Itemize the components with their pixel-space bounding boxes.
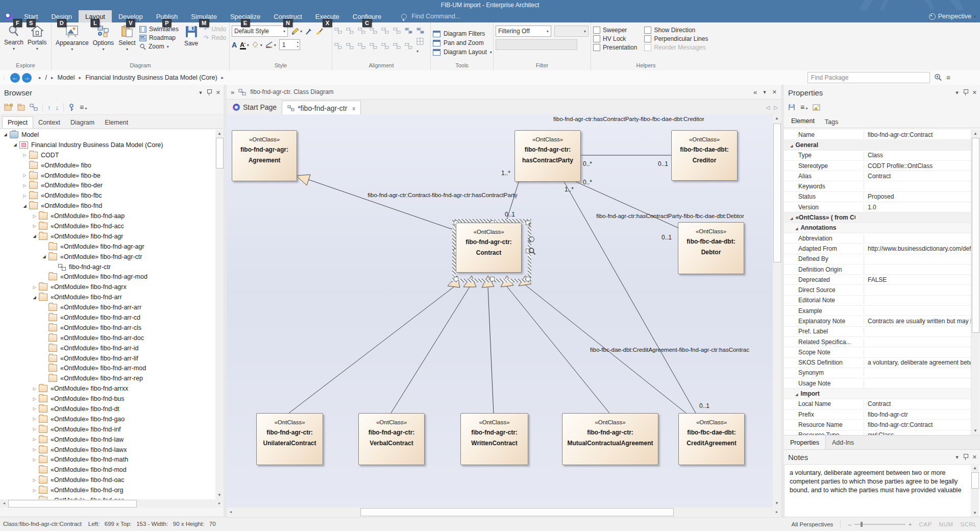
- style-pen-button[interactable]: ▾: [291, 28, 302, 35]
- style-combo[interactable]: Default Style▾: [232, 26, 288, 37]
- breadcrumb-item[interactable]: Financial Industry Business Data Model (…: [85, 74, 217, 81]
- align-icon[interactable]: [334, 42, 342, 50]
- property-group[interactable]: ◢«OntClass» ( from CODT Profile ): [784, 212, 971, 223]
- tree-item[interactable]: ▷«OntModule» fibo-fnd-org: [0, 485, 215, 495]
- property-row[interactable]: SKOS Definitiona voluntary, deliberate a…: [784, 358, 971, 368]
- property-value[interactable]: 1.0: [864, 204, 971, 211]
- tree-expander-icon[interactable]: ◢: [31, 295, 38, 300]
- close-icon[interactable]: ✕: [216, 89, 220, 96]
- tree-item[interactable]: «OntModule» fibo-fnd-arr-doc: [0, 333, 215, 343]
- locate-icon[interactable]: [68, 104, 75, 111]
- ribbon-tab-develop[interactable]: DevelopV: [112, 10, 150, 22]
- tree-item[interactable]: ▷«OntModule» fibo-fnd-bus: [0, 394, 215, 404]
- paintbrush-button[interactable]: [315, 28, 324, 35]
- tree-expander-icon[interactable]: ▷: [31, 406, 38, 411]
- perspective-menu[interactable]: Perspective ▾: [929, 10, 976, 22]
- browser-tab-context[interactable]: Context: [33, 117, 65, 128]
- tree-expander-icon[interactable]: ▷: [21, 194, 28, 198]
- multiplicity-label[interactable]: 0..1: [699, 402, 709, 409]
- align-icon[interactable]: [370, 42, 378, 50]
- checkbox-show-direction[interactable]: Show Direction: [644, 26, 708, 34]
- property-row[interactable]: Resource Typeowl:Class: [784, 430, 971, 435]
- property-value[interactable]: fibo-fnd-agr-ctr:Contract: [864, 131, 971, 138]
- property-value[interactable]: Class: [864, 152, 971, 159]
- checkbox-perpendicular-lines[interactable]: Perpendicular Lines: [644, 34, 708, 43]
- group-expander-icon[interactable]: ◢: [790, 144, 793, 148]
- property-row[interactable]: Related Specifica...: [784, 337, 971, 347]
- tab-scroll-left-icon[interactable]: ◁: [766, 105, 770, 110]
- zoom-thumb[interactable]: [861, 522, 863, 527]
- tree-expander-icon[interactable]: ◢: [12, 142, 18, 147]
- align-icon[interactable]: [334, 27, 342, 35]
- align-icon[interactable]: [416, 27, 425, 35]
- class-hasContractParty[interactable]: «OntClass»fibo-fnd-agr-ctr:hasContractPa…: [514, 130, 581, 182]
- zoom-in-icon[interactable]: +: [909, 521, 912, 527]
- tree-item[interactable]: ◢«OntModule» fibo-fnd: [0, 201, 215, 211]
- quicklink-zoom-icon[interactable]: [528, 247, 536, 255]
- tree-item[interactable]: ◢«OntModule» fibo-fnd-agr-ctr: [0, 252, 215, 262]
- tree-item[interactable]: ▷«OntModule» fibo-fnd-acc: [0, 221, 215, 231]
- multiplicity-label[interactable]: 0..*: [583, 160, 592, 167]
- perspectives-status[interactable]: All Perspectives: [792, 521, 834, 527]
- class-Debtor[interactable]: «OntClass»fibo-fbc-dae-dbt:Debtor: [678, 222, 744, 274]
- property-row[interactable]: Usage Note: [784, 378, 971, 389]
- pin-icon[interactable]: [963, 89, 968, 95]
- tree-item[interactable]: «OntModule» fibo-fnd-arr-cd: [0, 312, 215, 323]
- class-Creditor[interactable]: «OntClass»fibo-fbc-dae-dbt:Creditor: [671, 130, 738, 181]
- tree-item[interactable]: ▷CODT: [0, 150, 215, 160]
- property-row[interactable]: DeprecatedFALSE: [784, 275, 971, 285]
- tree-expander-icon[interactable]: ◢: [2, 132, 9, 137]
- browser-menu-icon[interactable]: ≡ ▾: [80, 103, 87, 111]
- class-CreditAgreement[interactable]: «OntClass»fibo-fbc-dae-dbt:CreditAgreeme…: [678, 413, 745, 465]
- close-tab-icon[interactable]: x: [352, 105, 355, 111]
- property-row[interactable]: StereotypeCODT Profile::OntClass: [784, 161, 971, 171]
- align-icon[interactable]: [358, 42, 366, 50]
- resize-handle[interactable]: [526, 277, 530, 281]
- align-icon[interactable]: [405, 27, 413, 35]
- tree-expander-icon[interactable]: ▷: [31, 417, 38, 421]
- close-icon[interactable]: ✕: [972, 89, 977, 96]
- tree-item[interactable]: ▷«OntModule» fibo-fnd-aap: [0, 211, 215, 221]
- find-package-input[interactable]: [807, 72, 930, 83]
- panel-menu-icon[interactable]: ▾: [199, 89, 202, 96]
- ribbon-tab-simulate[interactable]: SimulateM: [184, 10, 224, 22]
- resize-handle[interactable]: [490, 277, 495, 281]
- property-value[interactable]: http://www.businessdictionary.com/defini…: [864, 245, 971, 252]
- tree-item[interactable]: «OntModule» fibo: [0, 160, 215, 171]
- tab-fibo-fnd-agr-ctr[interactable]: *fibo-fnd-agr-ctr x: [282, 101, 361, 115]
- properties-tab-element[interactable]: Element: [786, 115, 820, 128]
- tree-item[interactable]: ◢Financial Industry Business Data Model …: [0, 140, 215, 150]
- appearance-button[interactable]: Appearance ▾: [54, 24, 91, 62]
- property-row[interactable]: AliasContract: [784, 171, 971, 181]
- tree-expander-icon[interactable]: ▷: [31, 447, 38, 452]
- tree-item[interactable]: ▷«OntModule» fibo-fnd-oac: [0, 475, 215, 485]
- tree-item[interactable]: ▷«OntModule» fibo-be: [0, 171, 215, 181]
- zoom-track[interactable]: [854, 524, 905, 525]
- class-WrittenContract[interactable]: «OntClass»fibo-fnd-agr-ctr:WrittenContra…: [460, 413, 528, 465]
- align-icon[interactable]: [370, 27, 378, 35]
- tree-item[interactable]: «OntModule» fibo-fnd-arr-mod: [0, 363, 215, 373]
- class-MutualContractualAgreement[interactable]: «OntClass»fibo-fnd-agr-ctr:MutualContrac…: [562, 413, 658, 465]
- options-button[interactable]: Options ▾: [91, 24, 116, 62]
- property-row[interactable]: Pref. Label: [784, 327, 971, 337]
- tree-expander-icon[interactable]: ▷: [21, 183, 28, 188]
- search-button[interactable]: Search ▾: [2, 24, 26, 62]
- property-row[interactable]: Adapted Fromhttp://www.businessdictionar…: [784, 244, 971, 254]
- ribbon-tab-configure[interactable]: ConfigureC: [346, 10, 388, 22]
- property-group[interactable]: ◢General: [784, 140, 971, 150]
- tree-item[interactable]: ▷«OntModule» fibo-der: [0, 180, 215, 190]
- checkbox-reorder-messages[interactable]: Reorder Messages: [644, 43, 708, 52]
- class-Agreement[interactable]: «OntClass»fibo-fnd-agr-agr:Agreement: [232, 130, 297, 181]
- fill-color-button[interactable]: ▾: [252, 41, 262, 48]
- quicklink-handle-icon[interactable]: [529, 235, 534, 244]
- canvas-vscrollbar[interactable]: ▲ ▼: [773, 114, 781, 508]
- class-Contract[interactable]: «OntClass»fibo-fnd-agr-ctr:Contract: [456, 223, 522, 273]
- tree-item[interactable]: ▷«OntModule» fibo-fnd-agrx: [0, 282, 215, 292]
- checkbox-presentation[interactable]: Presentation: [593, 43, 637, 52]
- tree-item[interactable]: ▷«OntModule» fibo-fnd-dt: [0, 404, 215, 414]
- checkbox-box[interactable]: [644, 27, 651, 34]
- move-down-icon[interactable]: ↓: [56, 104, 59, 111]
- tree-expander-icon[interactable]: ▷: [31, 285, 38, 289]
- property-value[interactable]: a voluntary, deliberate agreement betwee…: [864, 359, 971, 366]
- diagram-filters-button[interactable]: Diagram Filters: [433, 30, 491, 37]
